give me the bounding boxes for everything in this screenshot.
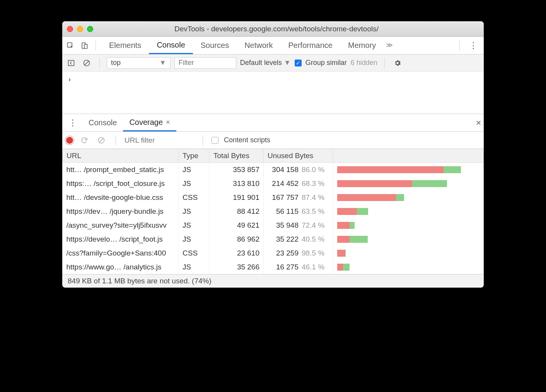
- svg-line-5: [84, 61, 89, 65]
- cell-type: JS: [179, 163, 210, 177]
- console-filter-input[interactable]: [174, 57, 236, 69]
- unused-bar-segment: [337, 166, 444, 173]
- cell-total-bytes: 23 610: [210, 246, 264, 260]
- dropdown-icon: ▼: [284, 59, 291, 66]
- cell-url: https:… /script_foot_closure.js: [63, 177, 179, 191]
- cell-usage-bar: [333, 232, 484, 246]
- close-tab-icon[interactable]: ×: [166, 118, 170, 126]
- coverage-header-row: URL Type Total Bytes Unused Bytes: [63, 149, 484, 163]
- divider: [459, 41, 460, 51]
- tab-elements[interactable]: Elements: [101, 37, 149, 54]
- cell-usage-bar: [333, 191, 484, 205]
- drawer-kebab-icon[interactable]: ⋮: [65, 118, 81, 128]
- table-row[interactable]: https://dev… /jquery-bundle.jsJS88 41256…: [63, 205, 484, 218]
- console-settings-icon[interactable]: [392, 57, 403, 69]
- used-bar-segment: [412, 180, 447, 187]
- divider: [384, 58, 385, 68]
- tab-memory[interactable]: Memory: [340, 37, 384, 54]
- group-similar-label: Group similar: [305, 59, 347, 67]
- cell-total-bytes: 191 901: [210, 191, 264, 205]
- cell-unused-bytes: 35 22240.5 %: [264, 232, 333, 246]
- unused-bar-segment: [337, 180, 412, 187]
- close-window-button[interactable]: [67, 26, 73, 32]
- record-button[interactable]: [66, 137, 73, 144]
- divider: [116, 135, 116, 145]
- group-similar-checkbox[interactable]: ✓: [295, 60, 302, 66]
- unused-bar-segment: [337, 222, 350, 229]
- coverage-url-filter-input[interactable]: [125, 136, 194, 145]
- cell-url: /css?family=Google+Sans:400: [63, 246, 179, 260]
- col-type[interactable]: Type: [179, 149, 210, 163]
- console-prompt-area[interactable]: ›: [62, 72, 484, 114]
- cell-type: JS: [179, 205, 210, 218]
- table-row[interactable]: https:… /script_foot_closure.jsJS313 810…: [63, 177, 484, 191]
- hidden-messages-count[interactable]: 6 hidden: [351, 59, 377, 67]
- cell-total-bytes: 86 962: [210, 232, 264, 246]
- col-unused[interactable]: Unused Bytes: [264, 149, 333, 163]
- tab-console[interactable]: Console: [149, 37, 193, 54]
- table-row[interactable]: htt… /devsite-google-blue.cssCSS191 9011…: [63, 191, 484, 205]
- close-drawer-icon[interactable]: ✕: [476, 119, 481, 127]
- table-row[interactable]: htt… /prompt_embed_static.jsJS353 857304…: [63, 163, 484, 177]
- cell-unused-bytes: 56 11563.5 %: [264, 205, 333, 218]
- panel-tabs: ElementsConsoleSourcesNetworkPerformance…: [101, 37, 384, 54]
- tab-performance[interactable]: Performance: [281, 37, 341, 54]
- cell-type: CSS: [179, 246, 210, 260]
- col-visualization[interactable]: [333, 149, 484, 163]
- used-bar-segment: [343, 264, 350, 271]
- cell-url: https://dev… /jquery-bundle.js: [63, 205, 179, 218]
- log-levels-select[interactable]: Default levels ▼: [240, 59, 291, 67]
- svg-rect-2: [84, 44, 87, 48]
- cell-unused-bytes: 35 94872.4 %: [264, 218, 333, 232]
- svg-line-7: [99, 138, 104, 143]
- clear-coverage-icon[interactable]: [96, 135, 107, 146]
- inspect-element-icon[interactable]: [65, 40, 76, 51]
- cell-usage-bar: [333, 246, 484, 260]
- table-row[interactable]: https://www.go… /analytics.jsJS35 26616 …: [63, 260, 484, 274]
- context-value: top: [111, 59, 121, 67]
- cell-type: CSS: [179, 191, 210, 205]
- main-toolbar: ElementsConsoleSourcesNetworkPerformance…: [62, 37, 484, 55]
- cell-url: https://develo… /script_foot.js: [63, 232, 179, 246]
- col-total[interactable]: Total Bytes: [210, 149, 264, 163]
- used-bar-segment: [396, 194, 404, 201]
- tab-sources[interactable]: Sources: [193, 37, 237, 54]
- cell-total-bytes: 49 621: [210, 218, 264, 232]
- drawer-tab-console[interactable]: Console: [82, 114, 123, 131]
- cell-type: JS: [179, 232, 210, 246]
- execution-context-select[interactable]: top ▼: [107, 57, 171, 69]
- reload-icon[interactable]: [78, 135, 90, 146]
- cell-usage-bar: [333, 260, 484, 274]
- overflow-tabs-icon[interactable]: >>: [386, 41, 391, 49]
- unused-bar-segment: [337, 250, 345, 257]
- cell-unused-bytes: 167 75787.4 %: [264, 191, 333, 205]
- unused-bar-segment: [337, 194, 396, 201]
- content-scripts-label: Content scripts: [224, 136, 270, 144]
- cell-unused-bytes: 304 15886.0 %: [264, 163, 333, 177]
- tab-network[interactable]: Network: [237, 37, 280, 54]
- device-toolbar-icon[interactable]: [78, 40, 90, 51]
- cell-unused-bytes: 214 45268.3 %: [264, 177, 333, 191]
- drawer-tab-coverage[interactable]: Coverage×: [123, 114, 176, 131]
- table-row[interactable]: https://develo… /script_foot.jsJS86 9623…: [63, 232, 484, 246]
- cell-unused-bytes: 23 25998.5 %: [264, 246, 333, 260]
- coverage-status-bar: 849 KB of 1.1 MB bytes are not used. (74…: [62, 274, 484, 288]
- divider: [99, 58, 100, 68]
- show-console-sidebar-icon[interactable]: [65, 57, 77, 69]
- kebab-menu-icon[interactable]: ⋮: [465, 41, 481, 51]
- table-row[interactable]: /css?family=Google+Sans:400CSS23 61023 2…: [63, 246, 484, 260]
- col-url[interactable]: URL: [63, 149, 179, 163]
- coverage-toolbar: Content scripts: [62, 132, 484, 149]
- clear-console-icon[interactable]: [81, 57, 92, 69]
- cell-usage-bar: [333, 163, 484, 177]
- titlebar: DevTools - developers.google.com/web/too…: [62, 21, 484, 37]
- table-row[interactable]: /async_survey?site=ylj5ifxusvvJS49 62135…: [63, 218, 484, 232]
- cell-url: htt… /devsite-google-blue.css: [63, 191, 179, 205]
- cell-total-bytes: 88 412: [210, 205, 264, 218]
- cell-url: /async_survey?site=ylj5ifxusvv: [63, 218, 179, 232]
- cell-unused-bytes: 16 27546.1 %: [264, 260, 333, 274]
- content-scripts-checkbox[interactable]: [212, 137, 218, 144]
- divider: [96, 41, 96, 51]
- svg-rect-3: [68, 60, 74, 65]
- cell-total-bytes: 353 857: [210, 163, 264, 177]
